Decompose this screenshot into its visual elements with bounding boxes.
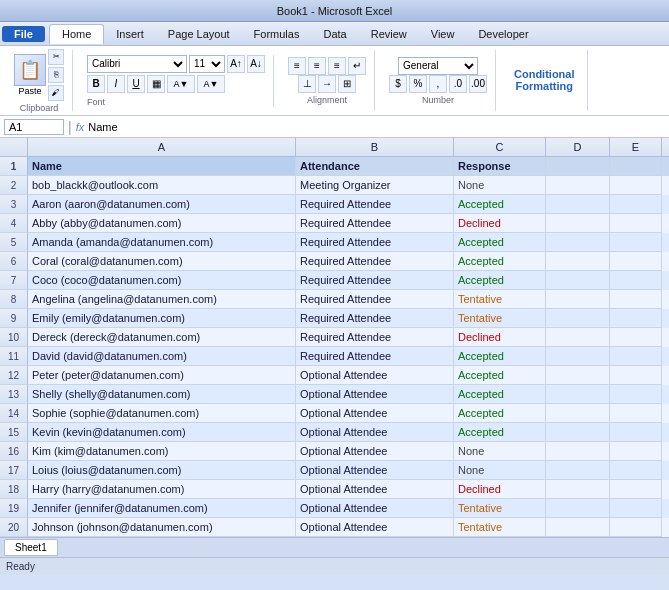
decrease-decimal-btn[interactable]: .00 [469,75,487,93]
align-left-btn[interactable]: ≡ [288,57,306,75]
cell-response[interactable]: Accepted [454,233,546,252]
cell-attendance[interactable]: Required Attendee [296,233,454,252]
cell-response[interactable]: Accepted [454,347,546,366]
cell-e[interactable] [610,404,662,423]
table-row[interactable]: 14Sophie (sophie@datanumen.com)Optional … [0,404,669,423]
align-right-btn[interactable]: ≡ [328,57,346,75]
percent-btn[interactable]: % [409,75,427,93]
col-header-d[interactable]: D [546,138,610,156]
cell-e[interactable] [610,366,662,385]
table-row[interactable]: 13Shelly (shelly@datanumen.com)Optional … [0,385,669,404]
cell-e[interactable] [610,271,662,290]
cell-response[interactable]: Accepted [454,385,546,404]
cell-d[interactable] [546,290,610,309]
cell-attendance[interactable]: Optional Attendee [296,480,454,499]
conditional-icon[interactable]: ConditionalFormatting [514,68,575,92]
cell-name[interactable]: Name [28,157,296,176]
tab-view[interactable]: View [419,25,467,43]
cell-response[interactable]: None [454,442,546,461]
table-row[interactable]: 8Angelina (angelina@datanumen.com)Requir… [0,290,669,309]
table-row[interactable]: 5Amanda (amanda@datanumen.com)Required A… [0,233,669,252]
align-bottom-btn[interactable]: ⊥ [298,75,316,93]
tab-file[interactable]: File [2,26,45,42]
font-size-select[interactable]: 11 [189,55,225,73]
cell-d[interactable] [546,385,610,404]
bold-btn[interactable]: B [87,75,105,93]
tab-home[interactable]: Home [49,24,104,44]
cell-name[interactable]: Sophie (sophie@datanumen.com) [28,404,296,423]
format-painter-icon[interactable]: 🖌 [48,85,64,101]
cell-d[interactable] [546,157,610,176]
tab-formulas[interactable]: Formulas [242,25,312,43]
table-row[interactable]: 11David (david@datanumen.com)Required At… [0,347,669,366]
cell-response[interactable]: Accepted [454,195,546,214]
cell-e[interactable] [610,518,662,537]
cell-d[interactable] [546,233,610,252]
cell-response[interactable]: Accepted [454,252,546,271]
sheet-tab-1[interactable]: Sheet1 [4,539,58,556]
italic-btn[interactable]: I [107,75,125,93]
comma-btn[interactable]: , [429,75,447,93]
cell-response[interactable]: None [454,461,546,480]
table-row[interactable]: 2bob_blackk@outlook.comMeeting Organizer… [0,176,669,195]
cell-e[interactable] [610,157,662,176]
table-row[interactable]: 17Loius (loius@datanumen.com)Optional At… [0,461,669,480]
cell-attendance[interactable]: Optional Attendee [296,404,454,423]
cell-d[interactable] [546,423,610,442]
tab-insert[interactable]: Insert [104,25,156,43]
cell-e[interactable] [610,176,662,195]
cell-name[interactable]: Dereck (dereck@datanumen.com) [28,328,296,347]
cell-response[interactable]: Accepted [454,404,546,423]
cell-attendance[interactable]: Meeting Organizer [296,176,454,195]
cell-e[interactable] [610,233,662,252]
increase-font-btn[interactable]: A↑ [227,55,245,73]
cell-name[interactable]: David (david@datanumen.com) [28,347,296,366]
cell-e[interactable] [610,461,662,480]
cell-d[interactable] [546,480,610,499]
cell-response[interactable]: Declined [454,214,546,233]
table-row[interactable]: 9Emily (emily@datanumen.com)Required Att… [0,309,669,328]
cell-attendance[interactable]: Optional Attendee [296,385,454,404]
cell-e[interactable] [610,499,662,518]
cell-response[interactable]: Tentative [454,518,546,537]
cell-attendance[interactable]: Attendance [296,157,454,176]
cell-attendance[interactable]: Required Attendee [296,328,454,347]
formula-input[interactable] [88,121,665,133]
cell-response[interactable]: Tentative [454,309,546,328]
cell-attendance[interactable]: Optional Attendee [296,423,454,442]
cell-e[interactable] [610,385,662,404]
currency-btn[interactable]: $ [389,75,407,93]
cell-e[interactable] [610,328,662,347]
cell-attendance[interactable]: Required Attendee [296,309,454,328]
cell-attendance[interactable]: Optional Attendee [296,499,454,518]
cell-d[interactable] [546,176,610,195]
cell-name[interactable]: Jennifer (jennifer@datanumen.com) [28,499,296,518]
cell-name[interactable]: Loius (loius@datanumen.com) [28,461,296,480]
cell-response[interactable]: Accepted [454,271,546,290]
cell-attendance[interactable]: Optional Attendee [296,461,454,480]
border-btn[interactable]: ▦ [147,75,165,93]
col-header-e[interactable]: E [610,138,662,156]
cell-name[interactable]: Shelly (shelly@datanumen.com) [28,385,296,404]
cell-response[interactable]: Declined [454,328,546,347]
col-header-b[interactable]: B [296,138,454,156]
cut-icon[interactable]: ✂ [48,49,64,65]
cell-d[interactable] [546,442,610,461]
cell-e[interactable] [610,442,662,461]
merge-btn[interactable]: ⊞ [338,75,356,93]
table-row[interactable]: 1NameAttendanceResponse [0,157,669,176]
align-center-btn[interactable]: ≡ [308,57,326,75]
cell-name[interactable]: Angelina (angelina@datanumen.com) [28,290,296,309]
cell-name[interactable]: bob_blackk@outlook.com [28,176,296,195]
cell-d[interactable] [546,499,610,518]
cell-e[interactable] [610,309,662,328]
cell-reference-input[interactable] [4,119,64,135]
table-row[interactable]: 3Aaron (aaron@datanumen.com)Required Att… [0,195,669,214]
font-family-select[interactable]: Calibri [87,55,187,73]
col-header-c[interactable]: C [454,138,546,156]
table-row[interactable]: 10Dereck (dereck@datanumen.com)Required … [0,328,669,347]
cell-d[interactable] [546,309,610,328]
cell-name[interactable]: Harry (harry@datanumen.com) [28,480,296,499]
number-format-select[interactable]: General [398,57,478,75]
cell-attendance[interactable]: Optional Attendee [296,366,454,385]
